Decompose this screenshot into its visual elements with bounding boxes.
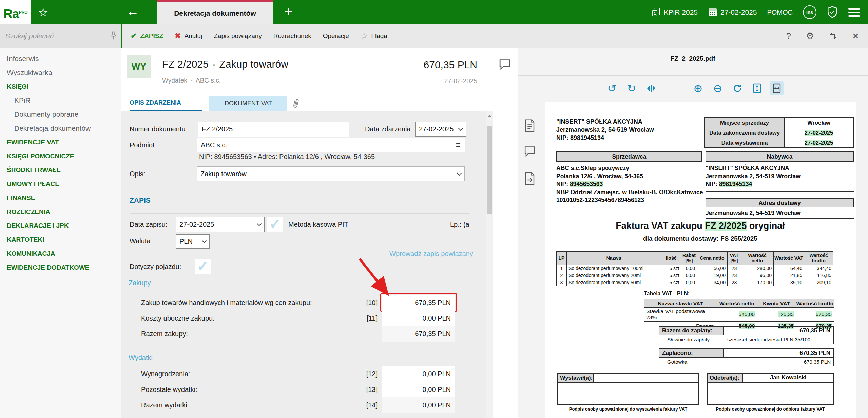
divider <box>706 191 854 192</box>
copy-to-entry-doc-icon[interactable] <box>524 119 537 132</box>
shield-icon[interactable] <box>827 6 838 19</box>
pdf-filename: FZ_2_2025.pdf <box>518 55 868 62</box>
sidebar-item-infoserwis[interactable]: Infoserwis <box>0 52 121 66</box>
numer-dokumentu-label: Numer dokumentu: <box>130 122 187 137</box>
linked-entry-button[interactable]: Zapis powiązany <box>214 32 262 40</box>
nabywca-details: "INSERT" SPÓŁKA AKCYJNA Jerzmanowska 2, … <box>706 164 801 188</box>
app-logo[interactable]: RaPRO <box>0 0 31 24</box>
chevron-down-icon <box>457 170 462 175</box>
chevron-down-icon <box>257 221 262 226</box>
operations-button[interactable]: Operacje <box>323 32 349 40</box>
split-view-icon[interactable] <box>644 81 658 95</box>
fit-height-icon[interactable] <box>750 81 764 95</box>
tab-opis-zdarzenia[interactable]: OPIS ZDARZENIA <box>130 96 181 110</box>
adres-dostawy-value: Jerzmanowska 2, 54-519 Wrocław <box>706 209 801 217</box>
flag-button[interactable]: ☆ Flaga <box>361 31 387 41</box>
sidebar-item-kartoteki[interactable]: KARTOTEKI <box>0 233 121 247</box>
razem-wydatki-value: 0,00 PLN <box>382 397 455 413</box>
chevron-down-icon <box>202 238 207 243</box>
koszty-uboczne-input[interactable]: 0,00 PLN <box>382 310 455 326</box>
table-row: 3So dezodorant perfumowany 50ml5 szt0,00… <box>557 279 833 286</box>
back-arrow-icon[interactable]: ← <box>126 4 139 19</box>
document-form-panel: WY FZ 2/2025•Zakup towarów Wydatek•ABC s… <box>121 48 493 418</box>
zoom-in-icon[interactable]: ⊕ <box>691 81 705 95</box>
save-button[interactable]: ✔ ZAPISZ <box>131 32 163 40</box>
podmiot-label: Podmiot: <box>130 138 156 152</box>
sidebar-item-rozliczenia[interactable]: ROZLICZENIA <box>0 205 121 219</box>
document-subtitle: Wydatek•ABC s.c. <box>162 77 221 84</box>
fit-width-icon[interactable] <box>770 81 784 95</box>
data-zapisu-combo[interactable]: 27-02-2025 <box>176 217 265 232</box>
comment-bubble-icon[interactable] <box>499 58 511 70</box>
sidebar-item-srodki-trwale[interactable]: ŚRODKI TRWAŁE <box>0 163 121 177</box>
scrollbar-thumb[interactable] <box>487 126 492 214</box>
podmiot-input[interactable]: ABC s.c. ≡ <box>197 138 465 152</box>
wprowadz-zapis-powiazany-link[interactable]: Wprowadź zapis powiązany <box>389 250 486 258</box>
table-row: 1So dezodorant perfumowany 100ml5 szt0,0… <box>557 265 833 272</box>
podmiot-menu-icon[interactable]: ≡ <box>456 138 461 152</box>
sidebar-item-ewidencje-dodatkowe[interactable]: EWIDENCJE DODATKOWE <box>0 260 121 274</box>
sidebar-item-ewidencje-vat[interactable]: EWIDENCJE VAT <box>0 135 121 149</box>
lp-label: Lp.: (a <box>450 217 486 232</box>
pozostale-wydatki-input[interactable]: 0,00 PLN <box>382 382 455 397</box>
close-icon[interactable]: ✕ <box>852 31 859 41</box>
adres-dostawy-header: Adres dostawy <box>706 198 854 207</box>
tab-dekretacja-dokumentow[interactable]: Dekretacja dokumentów <box>157 0 273 24</box>
pin-icon[interactable] <box>109 31 118 41</box>
settlement-button[interactable]: Rozrachunek <box>273 32 311 40</box>
paperclip-attachment-icon[interactable] <box>291 97 301 109</box>
waluta-combo[interactable]: PLN <box>176 234 210 249</box>
document-date: 27-02-2025 <box>444 77 477 85</box>
period-selector[interactable]: 1 KPiR 2025 <box>652 7 698 17</box>
numer-dokumentu-input[interactable]: FZ 2/2025 <box>198 122 349 137</box>
sidebar-item-komunikacja[interactable]: KOMUNIKACJA <box>0 247 121 260</box>
opis-combo[interactable]: Zakup towarów <box>197 166 465 181</box>
sidebar-item-umowy-i-place[interactable]: UMOWY I PŁACE <box>0 177 121 191</box>
wydatki-heading: Wydatki <box>129 354 153 362</box>
rotate-left-icon[interactable]: ↺ <box>605 81 619 95</box>
data-zdarzenia-combo[interactable]: 27-02-2025 <box>415 122 466 137</box>
favorites-star-icon[interactable]: ☆ <box>38 5 48 19</box>
export-document-icon[interactable] <box>524 172 537 185</box>
scroll-up-arrow-icon[interactable] <box>488 115 492 117</box>
refresh-zoom-icon[interactable] <box>731 81 744 95</box>
wynagrodzenia-input[interactable]: 0,00 PLN <box>382 366 455 382</box>
app-date-selector[interactable]: 27-02-2025 <box>708 7 757 17</box>
sidebar-item-ksiegi[interactable]: KSIĘGI <box>0 79 121 93</box>
period-label: KPiR 2025 <box>664 8 698 16</box>
restore-window-icon[interactable] <box>829 32 837 40</box>
form-scrollbar[interactable] <box>486 111 493 418</box>
sidebar-item-ksiegi-pomocnicze[interactable]: KSIĘGI POMOCNICZE <box>0 149 121 163</box>
document-type-label: Wydatek <box>162 77 187 84</box>
sidebar-item-dokumenty-pobrane[interactable]: Dokumenty pobrane <box>0 107 121 121</box>
sidebar-item-wyszukiwarka[interactable]: Wyszukiwarka <box>0 66 121 79</box>
data-zdarzenia-label: Data zdarzenia: <box>359 122 412 137</box>
document-amount: 670,35 PLN <box>424 59 477 71</box>
table-row: Stawka VAT podstawowa 23% 545,00 125,35 … <box>644 308 834 322</box>
new-tab-plus-icon[interactable]: + <box>284 3 293 20</box>
zoom-out-icon[interactable]: ⊖ <box>711 81 725 95</box>
rotate-right-icon[interactable]: ↻ <box>625 81 638 95</box>
command-search-input[interactable] <box>0 32 98 40</box>
side-strip <box>493 48 518 418</box>
insert-logo-icon[interactable]: Ins <box>803 5 816 19</box>
help-icon[interactable]: ? <box>786 31 791 41</box>
divider <box>706 218 854 219</box>
tab-dokument-vat[interactable]: DOKUMENT VAT <box>209 96 287 111</box>
top-bar: RaPRO ☆ ← Dekretacja dokumentów + 1 KPiR… <box>0 0 868 24</box>
hamburger-menu-icon[interactable] <box>848 8 860 17</box>
sidebar-item-deklaracje-i-jpk[interactable]: DEKLARACJE I JPK <box>0 219 121 233</box>
dotyczy-pojazdu-checkbox[interactable]: ✓ <box>195 259 211 274</box>
sidebar-item-dekretacja-dokumentow[interactable]: Dekretacja dokumentów <box>0 121 121 135</box>
invoice-items-table: LPNazwaIlośćRabat [%]Cena nettoVAT [%]Wa… <box>556 251 833 286</box>
cancel-button[interactable]: ✖ Anuluj <box>175 32 202 40</box>
settings-gear-icon[interactable]: ⚙ <box>806 31 814 41</box>
sidebar-item-kpir[interactable]: KPiR <box>0 93 121 107</box>
document-type-badge: WY <box>127 55 151 78</box>
metoda-kasowa-checkbox[interactable]: ✓ <box>267 217 283 232</box>
dotyczy-pojazdu-label: Dotyczy pojazdu: <box>130 259 181 274</box>
table-row: 2So dezodorant perfumowany 20ml5 szt0,00… <box>557 272 833 279</box>
pdf-comment-icon[interactable] <box>524 145 537 158</box>
sidebar-item-finanse[interactable]: FINANSE <box>0 191 121 205</box>
help-menu[interactable]: POMOC <box>767 8 793 16</box>
